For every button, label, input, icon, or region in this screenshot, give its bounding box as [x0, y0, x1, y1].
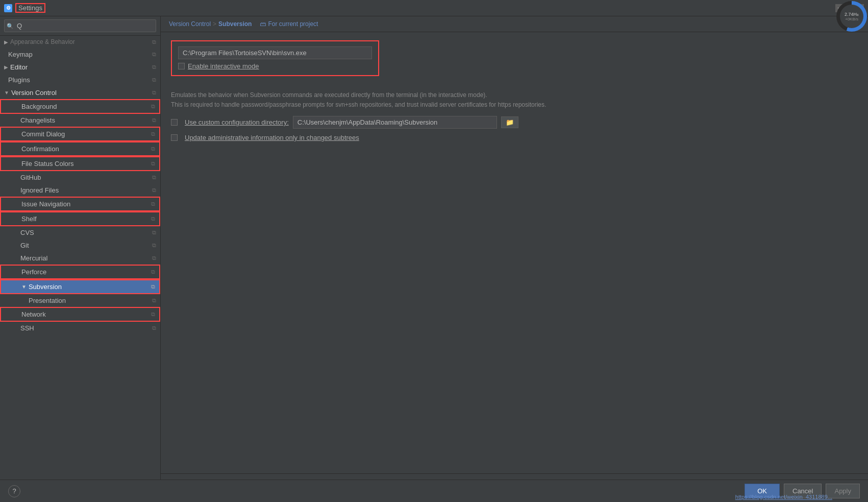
interactive-mode-label: Enable interactive mode — [188, 62, 259, 70]
copy-icon: ⧉ — [151, 131, 155, 137]
breadcrumb-project-icon: 🗃 — [260, 20, 266, 28]
sidebar-item-mercurial[interactable]: Mercurial ⧉ — [0, 252, 160, 265]
interactive-mode-checkbox[interactable] — [178, 63, 185, 69]
admin-info-label: Update administrative information only i… — [185, 134, 359, 141]
sidebar-item-ignored-files[interactable]: Ignored Files ⧉ — [0, 184, 160, 197]
sidebar-item-label: Presentation — [29, 297, 66, 304]
sidebar: ▶ Appearance & Behavior ⧉ Keymap ⧉ ▶ Edi… — [0, 16, 161, 502]
sidebar-item-cvs[interactable]: CVS ⧉ — [0, 226, 160, 239]
sidebar-item-version-control[interactable]: ▼ Version Control ⧉ — [0, 86, 160, 99]
sidebar-item-label: Git — [20, 242, 29, 249]
help-button[interactable]: ? — [8, 485, 20, 497]
sidebar-item-appearance[interactable]: ▶ Appearance & Behavior ⧉ — [0, 36, 160, 48]
window-title: Settings — [15, 3, 45, 13]
expand-icon: ▶ — [4, 39, 8, 45]
sidebar-list: ▶ Appearance & Behavior ⧉ Keymap ⧉ ▶ Edi… — [0, 36, 160, 502]
desc-line1: Emulates the behavior when Subversion co… — [171, 90, 858, 100]
sidebar-item-label: Ignored Files — [20, 186, 59, 194]
sidebar-item-issue-navigation[interactable]: Issue Navigation ⧉ — [0, 197, 160, 211]
sidebar-item-label: Background — [21, 103, 57, 110]
expand-icon: ▶ — [4, 64, 8, 70]
sidebar-item-label: Keymap — [8, 51, 33, 58]
copy-icon: ⧉ — [151, 216, 155, 222]
sidebar-item-label: Version Control — [11, 89, 57, 97]
url-bar: https://blog.csdn.net/weixin_4311889... — [735, 492, 832, 502]
search-wrapper — [4, 19, 156, 32]
breadcrumb-svn: Subversion — [218, 20, 252, 28]
url-text: https://blog.csdn.net/weixin_4311889... — [735, 494, 832, 500]
description-text: Emulates the behavior when Subversion co… — [171, 90, 858, 110]
memory-display: 2.74H₈ +0KB/s — [840, 5, 863, 28]
desc-line2: This is required to handle password/pass… — [171, 100, 858, 110]
sidebar-item-plugins[interactable]: Plugins ⧉ — [0, 74, 160, 86]
copy-icon: ⧉ — [152, 89, 156, 96]
custom-config-label: Use custom configuration directory: — [185, 118, 289, 126]
sidebar-item-label: Commit Dialog — [21, 130, 65, 138]
sidebar-item-label: Plugins — [8, 76, 30, 84]
sidebar-item-presentation[interactable]: Presentation ⧉ — [0, 294, 160, 307]
copy-icon: ⧉ — [152, 242, 156, 249]
memory-indicator: 2.74H₈ +0KB/s — [836, 1, 867, 32]
title-bar: ⚙ Settings ─ □ ✕ — [0, 0, 868, 16]
config-dir-row: Use custom configuration directory: 📁 — [171, 116, 858, 129]
copy-icon: ⧉ — [152, 174, 156, 181]
expand-icon: ▼ — [4, 90, 9, 95]
breadcrumb-for-project: For current project — [268, 20, 318, 28]
sidebar-item-perforce[interactable]: Perforce ⧉ — [0, 265, 160, 279]
memory-used: 2.74H₈ — [845, 12, 859, 17]
sidebar-item-label: SSH — [20, 324, 34, 332]
copy-icon: ⧉ — [152, 187, 156, 194]
copy-icon: ⧉ — [152, 77, 156, 83]
sidebar-item-label: CVS — [20, 229, 34, 236]
sidebar-item-github[interactable]: GitHub ⧉ — [0, 171, 160, 184]
sidebar-item-commit-dialog[interactable]: Commit Dialog ⧉ — [0, 127, 160, 141]
sidebar-item-label: Issue Navigation — [21, 200, 70, 208]
content-area: Version Control > Subversion 🗃 For curre… — [161, 16, 868, 502]
sidebar-item-editor[interactable]: ▶ Editor ⧉ — [0, 61, 160, 74]
svn-path-input[interactable] — [178, 46, 372, 59]
admin-info-row: Update administrative information only i… — [171, 134, 858, 141]
breadcrumb-vc: Version Control — [169, 20, 211, 28]
app-icon: ⚙ — [4, 4, 12, 12]
sidebar-item-ssh[interactable]: SSH ⧉ — [0, 322, 160, 334]
copy-icon: ⧉ — [151, 160, 155, 167]
custom-config-checkbox[interactable] — [171, 119, 178, 126]
sidebar-item-label: File Status Colors — [21, 160, 74, 168]
sidebar-item-file-status-colors[interactable]: File Status Colors ⧉ — [0, 156, 160, 171]
search-bar — [0, 16, 160, 36]
sidebar-item-changelists[interactable]: Changelists ⧉ — [0, 114, 160, 127]
copy-icon: ⧉ — [152, 51, 156, 58]
sidebar-item-label: GitHub — [20, 174, 41, 181]
svn-path-section: Enable interactive mode — [171, 40, 379, 76]
sidebar-item-network[interactable]: Network ⧉ — [0, 307, 160, 322]
sidebar-item-label: Changelists — [20, 116, 55, 124]
copy-icon: ⧉ — [152, 39, 156, 45]
content-body: Enable interactive mode Emulates the beh… — [161, 32, 868, 473]
sidebar-item-shelf[interactable]: Shelf ⧉ — [0, 211, 160, 226]
copy-icon: ⧉ — [151, 283, 155, 290]
copy-icon: ⧉ — [151, 146, 155, 152]
copy-icon: ⧉ — [151, 103, 155, 110]
sidebar-item-git[interactable]: Git ⧉ — [0, 239, 160, 252]
folder-button[interactable]: 📁 — [501, 116, 518, 128]
main-container: ▶ Appearance & Behavior ⧉ Keymap ⧉ ▶ Edi… — [0, 16, 868, 502]
sidebar-item-background[interactable]: Background ⧉ — [0, 99, 160, 114]
copy-icon: ⧉ — [152, 325, 156, 331]
search-input[interactable] — [4, 19, 156, 32]
sidebar-item-keymap[interactable]: Keymap ⧉ — [0, 48, 160, 61]
sidebar-item-label: Confirmation — [21, 145, 59, 153]
config-dir-input[interactable] — [293, 116, 497, 129]
admin-info-checkbox[interactable] — [171, 134, 178, 141]
sidebar-item-label: Perforce — [21, 268, 46, 276]
breadcrumb: Version Control > Subversion 🗃 For curre… — [161, 16, 868, 32]
copy-icon: ⧉ — [152, 117, 156, 124]
interactive-mode-row: Enable interactive mode — [178, 62, 372, 70]
sidebar-item-label: Network — [21, 310, 46, 318]
sidebar-item-label: Shelf — [21, 215, 37, 223]
expand-icon: ▼ — [21, 284, 27, 290]
copy-icon: ⧉ — [151, 269, 155, 275]
sidebar-item-confirmation[interactable]: Confirmation ⧉ — [0, 141, 160, 156]
sidebar-item-label: Editor — [10, 63, 28, 71]
sidebar-item-subversion[interactable]: ▼ Subversion ⧉ — [0, 279, 160, 294]
copy-icon: ⧉ — [152, 255, 156, 261]
